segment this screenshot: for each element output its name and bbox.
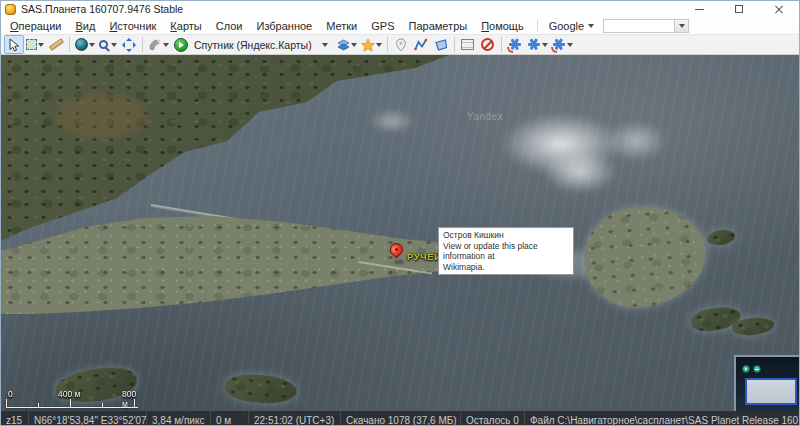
menu-operations[interactable]: Операции — [3, 19, 68, 33]
search-engine-dropdown[interactable]: Google — [544, 19, 599, 33]
minimize-icon — [695, 9, 704, 10]
chevron-down-icon — [89, 43, 95, 47]
status-elevation: 0 м — [211, 411, 249, 426]
hide-placemarks-button[interactable] — [478, 35, 498, 54]
chevron-down-icon — [351, 43, 357, 47]
add-path-button[interactable] — [411, 35, 431, 54]
polygon-icon — [434, 38, 448, 52]
cloud — [605, 121, 667, 161]
menu-favorites[interactable]: Избранное — [249, 19, 319, 33]
minimap-collapse-button[interactable] — [753, 365, 761, 373]
download-manager-button[interactable] — [146, 35, 171, 54]
status-time: 22:51:02 (UTC+3) — [249, 411, 341, 426]
chevron-down-icon — [322, 43, 328, 47]
maximize-button[interactable] — [719, 1, 759, 17]
tooltip-info-line: View or update this place information at — [443, 241, 569, 262]
scale-bar: 0 400 м 800 м — [6, 389, 142, 408]
minus-icon — [755, 369, 759, 370]
toolbar-separator — [454, 37, 455, 52]
menu-maps[interactable]: Карты — [163, 19, 208, 33]
gps-connect-button[interactable] — [505, 35, 525, 54]
overview-minimap[interactable] — [734, 355, 800, 411]
zoom-tool-button[interactable] — [97, 35, 119, 54]
scale-label-start: 0 — [8, 389, 13, 399]
cloud — [369, 109, 415, 133]
green-go-icon — [174, 38, 188, 52]
tooltip-info-line: Wikimapia. — [443, 262, 569, 273]
window-controls — [679, 1, 799, 17]
red-pin-icon — [387, 240, 405, 258]
sas-planet-window: SAS.Планета 160707.9476 Stable ОперацииВ… — [0, 0, 800, 426]
chevron-down-icon — [111, 43, 117, 47]
menu-settings[interactable]: Параметры — [402, 19, 475, 33]
chevron-down-icon — [567, 43, 573, 47]
minimap-zoom-button[interactable] — [742, 365, 750, 373]
chevron-down-icon — [542, 43, 548, 47]
map-source-label: Спутник (Яндекс.Карты) — [191, 39, 315, 51]
gps-track-button[interactable] — [525, 35, 550, 54]
chevron-down-icon — [163, 43, 169, 47]
placemark-manager-button[interactable] — [458, 35, 478, 54]
search-combobox — [603, 19, 689, 33]
menu-placemarks[interactable]: Метки — [319, 19, 364, 33]
satellite-dish-icon — [148, 38, 162, 51]
menu-layers[interactable]: Слои — [209, 19, 250, 33]
gps-satellite-icon — [527, 38, 541, 52]
placemark-label: РУЧЕЙ — [407, 251, 441, 262]
menu-items: ОперацииВидИсточникКартыСлоиИзбранноеМет… — [3, 19, 531, 33]
route-icon — [414, 38, 427, 51]
gps-options-button[interactable] — [550, 35, 575, 54]
menu-view[interactable]: Вид — [68, 19, 102, 33]
cloud — [543, 151, 617, 193]
maximize-icon — [735, 5, 743, 13]
add-placemark-button[interactable] — [391, 35, 411, 54]
minimize-button[interactable] — [679, 1, 719, 17]
scale-ruler — [6, 399, 138, 408]
layers-icon — [337, 39, 350, 51]
minimap-viewport-rect[interactable] — [745, 378, 797, 405]
close-button[interactable] — [759, 1, 799, 17]
map-source-dropdown[interactable] — [315, 35, 335, 54]
panel-list-icon — [461, 39, 474, 50]
islet-southwest-2 — [224, 372, 298, 406]
menu-separator — [537, 20, 538, 32]
map-viewport[interactable]: Yandex Остров Кишкин View or update this… — [1, 55, 800, 411]
cursor-icon — [8, 38, 20, 52]
dot-icon — [745, 368, 747, 370]
no-entry-icon — [481, 38, 494, 51]
main-toolbar: Спутник (Яндекс.Карты) — [1, 34, 799, 55]
pan-cursor-button[interactable] — [4, 35, 24, 54]
ruler-icon — [48, 38, 63, 51]
menu-help[interactable]: Помощь — [474, 19, 531, 33]
placemark-pin-icon — [395, 38, 407, 52]
tooltip-place-name: Остров Кишкин — [443, 230, 569, 241]
favorites-button[interactable] — [359, 35, 384, 54]
chevron-down-icon — [376, 43, 382, 47]
scale-label-mid: 400 м — [58, 389, 80, 399]
search-dropdown-button[interactable] — [675, 19, 689, 33]
status-coords: N66°18'53,84" E33°52'07,07" — [29, 411, 147, 426]
go-to-place-button[interactable] — [73, 35, 97, 54]
search-input[interactable] — [603, 19, 675, 33]
menu-gps[interactable]: GPS — [364, 19, 401, 33]
add-polygon-button[interactable] — [431, 35, 451, 54]
status-bar: z15N66°18'53,84" E33°52'07,07"3,84 м/пик… — [1, 411, 799, 426]
pin-shadow — [394, 260, 404, 264]
status-zoom: z15 — [1, 411, 29, 426]
fullscreen-icon — [122, 38, 136, 52]
toolbar-separator — [142, 37, 143, 52]
gps-satellite-icon — [552, 38, 566, 52]
toolbar-separator — [501, 37, 502, 52]
status-remaining: Осталось 0 — [461, 411, 525, 426]
selection-tool-button[interactable] — [24, 35, 46, 54]
apply-map-button[interactable] — [171, 35, 191, 54]
menu-source[interactable]: Источник — [102, 19, 163, 33]
search-engine-label: Google — [549, 20, 584, 32]
fullscreen-button[interactable] — [119, 35, 139, 54]
layers-button[interactable] — [335, 35, 359, 54]
wikimapia-tooltip[interactable]: Остров Кишкин View or update this place … — [438, 227, 574, 275]
measure-distance-button[interactable] — [46, 35, 66, 54]
close-icon — [774, 4, 784, 14]
menu-bar: ОперацииВидИсточникКартыСлоиИзбранноеМет… — [1, 17, 799, 34]
chevron-down-icon — [38, 43, 44, 47]
